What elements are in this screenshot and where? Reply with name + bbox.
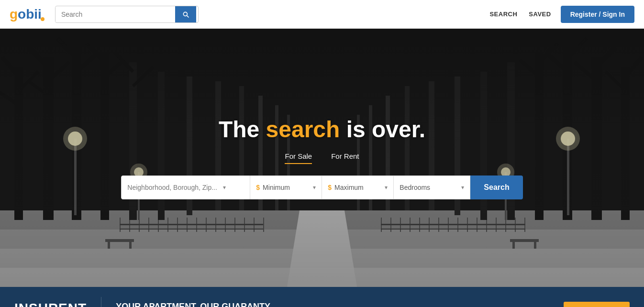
tab-for-rent[interactable]: For Rent (331, 152, 359, 164)
main-header: gobii SEARCH SAVED Register / Sign In (0, 0, 644, 29)
header-nav: SEARCH SAVED (489, 11, 551, 18)
hero-tabs: For Sale For Rent (0, 152, 644, 164)
hero-title-highlight: search (266, 117, 340, 142)
logo-g: g (10, 7, 18, 22)
minimum-label: Minimum (263, 184, 290, 191)
header-search-input[interactable] (56, 7, 175, 22)
logo[interactable]: gobii (10, 7, 45, 22)
maximum-dropdown[interactable]: $ Maximum ▾ (322, 175, 394, 199)
logo-dot (41, 17, 44, 21)
hero-title: The search is over. (0, 116, 644, 143)
banner-divider (101, 297, 101, 307)
header-search-button[interactable] (175, 6, 196, 22)
header-search-bar (55, 6, 199, 23)
minimum-dollar-icon: $ (256, 184, 260, 191)
minimum-chevron-icon: ▾ (313, 184, 316, 191)
register-button[interactable]: Register / Sign In (561, 6, 634, 23)
hero-content: The search is over. For Sale For Rent ▾ … (0, 116, 644, 199)
bedrooms-label: Bedrooms (400, 184, 430, 191)
insurent-logo: INSURENT LEASE GUARANTY (14, 301, 87, 307)
hero-title-prefix: The (219, 117, 266, 142)
maximum-dollar-icon: $ (328, 184, 332, 191)
nav-search[interactable]: SEARCH (489, 11, 517, 18)
bedrooms-chevron-icon: ▾ (461, 184, 464, 191)
banner-heading: YOUR APARTMENT, OUR GUARANTY (116, 302, 549, 307)
nav-saved[interactable]: SAVED (529, 11, 551, 18)
location-input[interactable] (127, 184, 223, 191)
logo-obii: obii (18, 7, 42, 22)
banner-text: YOUR APARTMENT, OUR GUARANTY With the In… (116, 302, 549, 307)
hero-title-suffix: is over. (340, 117, 425, 142)
bedrooms-dropdown[interactable]: Bedrooms ▾ (394, 175, 470, 199)
bottom-banner: INSURENT LEASE GUARANTY YOUR APARTMENT, … (0, 287, 644, 307)
hero-search-form: ▾ $ Minimum ▾ $ Maximum ▾ Bedrooms ▾ Sea… (0, 175, 644, 199)
hero-section: The search is over. For Sale For Rent ▾ … (0, 29, 644, 287)
insurent-title: INSURENT (14, 301, 87, 307)
location-dropdown[interactable]: ▾ (121, 175, 250, 199)
maximum-chevron-icon: ▾ (385, 184, 388, 191)
maximum-label: Maximum (334, 184, 364, 191)
tab-for-sale[interactable]: For Sale (285, 152, 312, 164)
location-chevron-icon: ▾ (223, 184, 226, 191)
learn-more-button[interactable]: LEARN MORE (564, 302, 630, 307)
hero-search-button[interactable]: Search (470, 175, 522, 199)
minimum-dropdown[interactable]: $ Minimum ▾ (250, 175, 322, 199)
search-icon (182, 11, 189, 18)
